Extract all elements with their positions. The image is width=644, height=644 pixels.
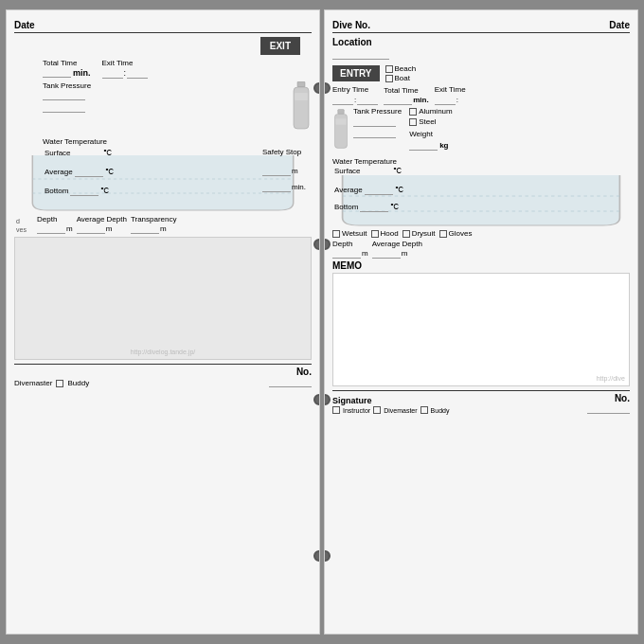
steel-label: Steel [419, 117, 436, 126]
total-time-label: Total Time [43, 59, 77, 67]
left-watermark: http://divelog.tande.jp/ [131, 349, 196, 355]
beach-option[interactable]: Beach [385, 64, 417, 73]
exit-time-hour[interactable] [102, 67, 123, 79]
tank-bottle-icon [291, 81, 312, 134]
avg-depth-field[interactable] [77, 224, 105, 234]
ring-holes-right [313, 10, 320, 634]
exit-time-hour-right[interactable] [435, 94, 456, 105]
entry-time-min[interactable] [357, 94, 378, 105]
dive-no-field-right[interactable] [587, 403, 630, 414]
right-page: Dive No. Date Location ENTRY Beach Boat [324, 9, 638, 635]
safety-stop-time[interactable] [262, 182, 291, 192]
drysuit-option[interactable]: Drysuit [402, 229, 436, 238]
depth-col-right: Depth m [332, 240, 368, 259]
avg-temp-field[interactable] [75, 167, 103, 177]
divemaster-checkbox-right[interactable] [373, 406, 381, 414]
bottom-temp-row: Bottom ℃ [45, 186, 109, 196]
instructor-label: Instructor [343, 407, 370, 414]
right-bottom-bar: Signature Instructor Divemaster Buddy No… [332, 390, 630, 414]
tank-pressure-label: Tank Pressure [43, 81, 91, 90]
wetsuit-label: Wetsuit [342, 229, 367, 238]
safety-stop-depth[interactable] [262, 166, 291, 176]
beach-checkbox[interactable] [385, 65, 393, 73]
buddy-checkbox[interactable] [56, 380, 63, 387]
aluminum-checkbox[interactable] [409, 108, 417, 116]
tank-pressure-start-right[interactable] [353, 116, 396, 127]
drysuit-checkbox[interactable] [402, 230, 410, 238]
no-label-right: No. [615, 393, 630, 403]
avg-temp-right[interactable] [365, 185, 393, 195]
divemaster-label-right: Divemaster [384, 407, 417, 414]
tank-pressure-end[interactable] [43, 102, 85, 113]
steel-option[interactable]: Steel [409, 117, 453, 126]
ring-hole-left-1 [324, 82, 331, 94]
depth-field[interactable] [37, 224, 65, 234]
weight-field[interactable] [409, 140, 438, 151]
depth-col: Depth m [37, 215, 73, 234]
bottom-temp-right[interactable] [360, 202, 388, 212]
wetsuit-option[interactable]: Wetsuit [332, 229, 367, 238]
dive-no-header: Dive No. [332, 20, 370, 30]
buddy-checkbox-right[interactable] [420, 406, 428, 414]
transparency-field[interactable] [131, 224, 159, 234]
avg-depth-col-right: Average Depth m [372, 240, 422, 259]
total-time-field[interactable] [43, 67, 71, 78]
tank-pressure-end-right[interactable] [353, 128, 396, 138]
beach-label: Beach [395, 64, 417, 73]
location-field[interactable] [332, 49, 389, 60]
instructor-checkbox[interactable] [332, 406, 340, 414]
min-label: min. [73, 68, 91, 78]
buddy-label-right: Buddy [431, 407, 450, 414]
avg-depth-col: Average Depth m [77, 215, 127, 234]
svg-rect-5 [335, 118, 346, 125]
aluminum-option[interactable]: Aluminum [409, 107, 453, 116]
left-bottom-bar: Divemaster Buddy No. [14, 364, 312, 387]
memo-section: MEMO http://dive [332, 260, 630, 386]
left-notes-area[interactable]: http://divelog.tande.jp/ [14, 237, 312, 360]
memo-box[interactable]: http://dive [332, 273, 630, 386]
kg-label: kg [439, 141, 448, 150]
ring-hole-left-4 [324, 550, 331, 562]
entry-time-hour[interactable] [332, 94, 353, 105]
gear-checkboxes: Wetsuit Hood Drysuit Gloves [332, 229, 630, 238]
min-label-right: min. [413, 96, 428, 104]
dive-no-field-left[interactable] [269, 377, 312, 387]
boat-label: Boat [395, 74, 410, 82]
hood-checkbox[interactable] [371, 230, 379, 238]
wetsuit-checkbox[interactable] [332, 230, 340, 238]
boat-checkbox[interactable] [385, 75, 393, 82]
tank-pressure-label-right: Tank Pressure [353, 107, 402, 116]
ring-hole-2 [313, 239, 320, 250]
avg-temp-row-right: Average ℃ [334, 185, 403, 195]
depth-field-right[interactable] [332, 248, 361, 259]
total-time-right-field[interactable] [384, 95, 412, 105]
bottom-temp-row-right: Bottom ℃ [334, 202, 399, 212]
left-page: Date EXIT Total Time min. Exit Time : [6, 9, 320, 635]
divemaster-label: Divemaster [14, 379, 52, 387]
tank-pressure-start[interactable] [43, 90, 85, 100]
safety-stop-label: Safety Stop [262, 148, 306, 156]
exit-button[interactable]: EXIT [260, 37, 300, 55]
buddy-label: Buddy [67, 379, 89, 387]
boat-option[interactable]: Boat [385, 74, 417, 82]
gloves-checkbox[interactable] [439, 230, 447, 238]
ring-hole-left-2 [324, 239, 331, 250]
left-page-header: Date [14, 20, 312, 33]
drysuit-label: Drysuit [412, 229, 436, 238]
signature-label: Signature [332, 396, 449, 405]
avg-depth-field-right[interactable] [372, 248, 401, 259]
exit-time-min[interactable] [127, 67, 148, 79]
right-watermark: http://dive [597, 375, 625, 382]
entry-button[interactable]: ENTRY [332, 65, 380, 81]
right-page-header: Dive No. Date [332, 20, 630, 33]
steel-checkbox[interactable] [409, 118, 417, 126]
bottom-temp-field[interactable] [70, 186, 98, 196]
svg-rect-3 [338, 110, 345, 115]
gloves-option[interactable]: Gloves [439, 229, 473, 238]
gloves-label: Gloves [449, 229, 473, 238]
svg-rect-0 [297, 81, 305, 87]
signature-checkboxes: Instructor Divemaster Buddy [332, 406, 449, 414]
right-tank-bottle-icon [332, 107, 349, 154]
ring-hole-1 [313, 82, 320, 94]
hood-option[interactable]: Hood [371, 229, 399, 238]
